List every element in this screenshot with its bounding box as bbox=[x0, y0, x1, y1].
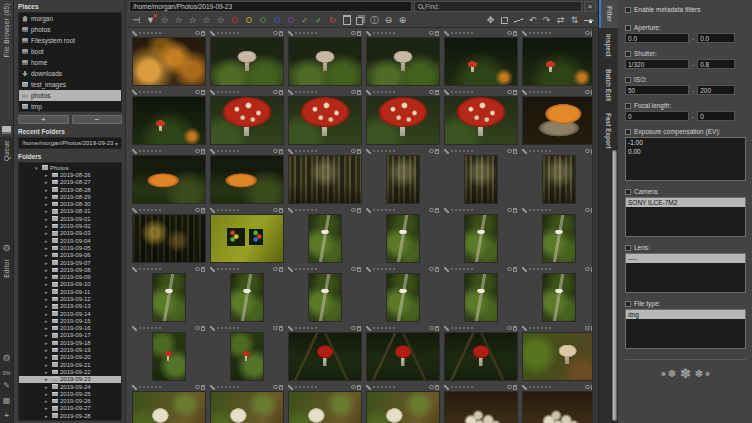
rank-dot-icon[interactable] bbox=[389, 327, 392, 330]
expand-icon[interactable] bbox=[45, 216, 50, 222]
rank-dot-icon[interactable] bbox=[299, 32, 302, 35]
trash-icon[interactable] bbox=[513, 208, 517, 213]
expand-icon[interactable] bbox=[45, 398, 50, 404]
rank-dot-icon[interactable] bbox=[377, 150, 380, 153]
folder-item-2019-09-27[interactable]: 2019-09-27 bbox=[19, 405, 121, 412]
rank-dot-icon[interactable] bbox=[143, 386, 146, 389]
info-icon[interactable]: ⓘ bbox=[368, 14, 381, 27]
expand-icon[interactable] bbox=[45, 340, 50, 346]
thumbnail-cell[interactable] bbox=[520, 324, 597, 382]
rank-dot-icon[interactable] bbox=[373, 32, 376, 35]
expand-icon[interactable] bbox=[45, 376, 50, 382]
rank-dot-icon[interactable] bbox=[537, 91, 540, 94]
lens-row[interactable]: Lens: bbox=[625, 244, 746, 251]
rank-dot-icon[interactable] bbox=[233, 150, 236, 153]
rank-dot-icon[interactable] bbox=[467, 32, 470, 35]
rank-dot-icon[interactable] bbox=[471, 32, 474, 35]
path-input[interactable]: /home/morgan/Photos/2019-09-23 bbox=[129, 1, 412, 12]
folder-item-2019-09-24[interactable]: 2019-09-24 bbox=[19, 383, 121, 390]
rank-dot-icon[interactable] bbox=[159, 150, 162, 153]
rank-dot-icon[interactable] bbox=[377, 32, 380, 35]
color-label-icon[interactable] bbox=[507, 149, 512, 154]
trash-icon[interactable] bbox=[357, 90, 361, 95]
pan-hand-icon[interactable]: ✥ bbox=[484, 14, 497, 27]
rank-dot-icon[interactable] bbox=[217, 209, 220, 212]
recycle-icon[interactable]: ↻ bbox=[326, 14, 339, 27]
rank-dot-icon[interactable] bbox=[529, 386, 532, 389]
rank-star-4-icon[interactable]: ☆ bbox=[200, 14, 213, 27]
recently-saved-icon[interactable]: ✓ bbox=[312, 14, 325, 27]
rank-dot-icon[interactable] bbox=[147, 150, 150, 153]
place-item-morgan[interactable]: morgan bbox=[19, 13, 121, 24]
flip-horizontal-icon[interactable]: ⇄ bbox=[554, 14, 567, 27]
folder-item-2019-09-06[interactable]: 2019-09-06 bbox=[19, 252, 121, 259]
expand-icon[interactable] bbox=[45, 405, 50, 411]
rank-dot-icon[interactable] bbox=[159, 327, 162, 330]
rank-dot-icon[interactable] bbox=[373, 327, 376, 330]
expand-icon[interactable] bbox=[45, 354, 50, 360]
thumbnail-cell[interactable] bbox=[286, 324, 363, 382]
thumbnail-cell[interactable] bbox=[286, 383, 363, 423]
copy-icon[interactable] bbox=[354, 14, 367, 27]
rank-dot-icon[interactable] bbox=[225, 209, 228, 212]
thumbnail-size-icon[interactable] bbox=[582, 14, 595, 27]
expand-icon[interactable] bbox=[45, 274, 50, 280]
expand-icon[interactable] bbox=[45, 223, 50, 229]
trash-icon[interactable] bbox=[357, 149, 361, 154]
rank-dot-icon[interactable] bbox=[229, 150, 232, 153]
rank-dot-icon[interactable] bbox=[303, 268, 306, 271]
color-label-icon[interactable] bbox=[429, 208, 434, 213]
rank-dot-icon[interactable] bbox=[385, 268, 388, 271]
thumbnail-cell[interactable] bbox=[442, 324, 519, 382]
rank-dot-icon[interactable] bbox=[385, 150, 388, 153]
ev-listbox[interactable]: -1.000.00 bbox=[625, 137, 746, 181]
color-label-icon[interactable] bbox=[585, 267, 590, 272]
rank-dot-icon[interactable] bbox=[389, 91, 392, 94]
rank-dot-icon[interactable] bbox=[147, 91, 150, 94]
left-tab-editor[interactable]: Editor bbox=[0, 256, 13, 366]
rank-dot-icon[interactable] bbox=[237, 32, 240, 35]
thumbnail-cell[interactable] bbox=[364, 324, 441, 382]
rank-dot-icon[interactable] bbox=[373, 150, 376, 153]
trash-icon[interactable] bbox=[435, 31, 439, 36]
rank-dot-icon[interactable] bbox=[459, 268, 462, 271]
place-item-photos[interactable]: photos bbox=[19, 90, 121, 101]
rank-dot-icon[interactable] bbox=[143, 32, 146, 35]
rank-dot-icon[interactable] bbox=[139, 209, 142, 212]
folder-item-2019-09-07[interactable]: 2019-09-07 bbox=[19, 259, 121, 266]
expand-icon[interactable] bbox=[45, 172, 50, 178]
rank-dot-icon[interactable] bbox=[315, 386, 318, 389]
rank-dot-icon[interactable] bbox=[229, 386, 232, 389]
rank-dot-icon[interactable] bbox=[549, 268, 552, 271]
folder-item-2019-09-14[interactable]: 2019-09-14 bbox=[19, 310, 121, 317]
rank-star-5-icon[interactable]: ☆ bbox=[214, 14, 227, 27]
rank-dot-icon[interactable] bbox=[225, 91, 228, 94]
rank-dot-icon[interactable] bbox=[459, 386, 462, 389]
rank-dot-icon[interactable] bbox=[467, 386, 470, 389]
rank-dot-icon[interactable] bbox=[221, 32, 224, 35]
rank-dot-icon[interactable] bbox=[307, 150, 310, 153]
trash-icon[interactable] bbox=[435, 208, 439, 213]
filetype-checkbox[interactable] bbox=[625, 301, 631, 307]
folder-tree-root[interactable]: Photos bbox=[19, 164, 121, 171]
rank-dot-icon[interactable] bbox=[143, 150, 146, 153]
tab-batch-edit[interactable]: Batch Edit bbox=[599, 63, 618, 107]
thumbnail-cell[interactable] bbox=[520, 206, 597, 264]
rank-dot-icon[interactable] bbox=[229, 32, 232, 35]
rank-dot-icon[interactable] bbox=[463, 91, 466, 94]
rank-dot-icon[interactable] bbox=[393, 91, 396, 94]
tab-filter[interactable]: Filter bbox=[599, 0, 618, 28]
rank-dot-icon[interactable] bbox=[155, 386, 158, 389]
trash-icon[interactable] bbox=[513, 90, 517, 95]
rank-dot-icon[interactable] bbox=[229, 268, 232, 271]
rank-dot-icon[interactable] bbox=[459, 150, 462, 153]
left-tab-queue[interactable]: Queue bbox=[0, 137, 13, 256]
shutter-from-input[interactable]: 1/320 bbox=[625, 59, 689, 69]
straighten-icon[interactable] bbox=[512, 14, 525, 27]
rank-dot-icon[interactable] bbox=[225, 268, 228, 271]
trash-icon[interactable] bbox=[201, 208, 205, 213]
rank-star-3-icon[interactable]: ☆ bbox=[186, 14, 199, 27]
camera-row[interactable]: Camera: bbox=[625, 188, 746, 195]
rank-dot-icon[interactable] bbox=[467, 209, 470, 212]
aperture-row[interactable]: Aperture: bbox=[625, 24, 746, 31]
